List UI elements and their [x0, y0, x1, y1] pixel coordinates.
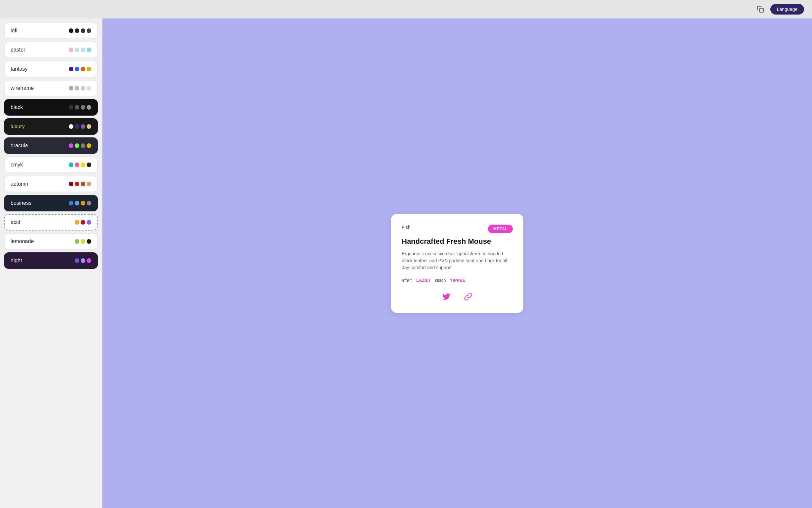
- color-dot: [69, 29, 73, 33]
- color-dot: [75, 163, 79, 167]
- color-dot: [87, 48, 91, 52]
- color-dot: [75, 143, 79, 148]
- sidebar-dots-cmyk: [69, 163, 91, 167]
- color-dot: [69, 182, 73, 186]
- color-dot: [81, 258, 85, 263]
- sidebar-item-business[interactable]: business: [4, 195, 98, 211]
- color-dot: [75, 124, 79, 129]
- color-dot: [69, 201, 73, 205]
- color-dot: [87, 67, 91, 71]
- sidebar-label-night: night: [10, 258, 22, 264]
- color-dot: [81, 29, 85, 33]
- tag-lazily: LAZILY: [416, 278, 431, 283]
- color-dot: [69, 67, 73, 71]
- sidebar-dots-dracula: [69, 143, 91, 148]
- sidebar-item-night[interactable]: night: [4, 252, 98, 269]
- card-category: Fish: [402, 225, 410, 230]
- sidebar-label-black: black: [10, 104, 23, 110]
- color-dot: [81, 182, 85, 186]
- sidebar-dots-lofi: [69, 29, 91, 33]
- sidebar-item-luxury[interactable]: luxury: [4, 118, 98, 135]
- content-area: Fish METAL Handcrafted Fresh Mouse Ergon…: [103, 18, 812, 508]
- color-dot: [87, 239, 91, 244]
- card-tags: after: LAZILY kitsch YIPPEE: [402, 278, 513, 283]
- twitter-button[interactable]: [442, 292, 451, 302]
- sidebar: lofipastelfantasywireframeblackluxurydra…: [0, 18, 103, 508]
- tag-kitsch: kitsch: [435, 278, 446, 283]
- color-dot: [69, 86, 73, 90]
- color-dot: [75, 48, 79, 52]
- color-dot: [75, 182, 79, 186]
- color-dot: [87, 143, 91, 148]
- sidebar-dots-autumn: [69, 182, 91, 186]
- sidebar-dots-fantasy: [69, 67, 91, 71]
- color-dot: [81, 143, 85, 148]
- color-dot: [69, 105, 73, 110]
- sidebar-item-dracula[interactable]: dracula: [4, 137, 98, 154]
- tags-label: after:: [402, 278, 412, 283]
- top-bar: Language: [0, 0, 812, 18]
- color-dot: [81, 220, 85, 225]
- product-card: Fish METAL Handcrafted Fresh Mouse Ergon…: [391, 214, 524, 313]
- color-dot: [69, 163, 73, 167]
- color-dot: [69, 124, 73, 129]
- sidebar-dots-night: [75, 258, 91, 263]
- sidebar-item-fantasy[interactable]: fantasy: [4, 61, 98, 77]
- color-dot: [87, 163, 91, 167]
- sidebar-label-autumn: autumn: [10, 181, 28, 187]
- color-dot: [75, 105, 79, 110]
- twitter-icon: [442, 292, 451, 301]
- color-dot: [81, 48, 85, 52]
- sidebar-item-black[interactable]: black: [4, 99, 98, 116]
- color-dot: [81, 67, 85, 71]
- sidebar-label-luxury: luxury: [10, 124, 25, 129]
- color-dot: [75, 67, 79, 71]
- color-dot: [87, 201, 91, 205]
- color-dot: [75, 201, 79, 205]
- color-dot: [81, 239, 85, 244]
- card-badge: METAL: [488, 225, 513, 233]
- color-dot: [75, 239, 79, 244]
- card-actions: [402, 292, 513, 302]
- sidebar-label-cmyk: cmyk: [10, 162, 23, 168]
- sidebar-item-pastel[interactable]: pastel: [4, 42, 98, 58]
- card-description: Ergonomic executive chair upholstered in…: [402, 250, 513, 271]
- color-dot: [87, 258, 91, 263]
- sidebar-item-cmyk[interactable]: cmyk: [4, 157, 98, 173]
- sidebar-item-wireframe[interactable]: wireframe: [4, 80, 98, 96]
- link-icon: [464, 292, 472, 301]
- sidebar-dots-lemonade: [75, 239, 91, 244]
- color-dot: [87, 124, 91, 129]
- sidebar-item-lemonade[interactable]: lemonade: [4, 233, 98, 250]
- copy-button[interactable]: [755, 3, 766, 15]
- sidebar-dots-pastel: [69, 48, 91, 52]
- color-dot: [87, 29, 91, 33]
- color-dot: [81, 201, 85, 205]
- tag-yippee: YIPPEE: [450, 278, 465, 283]
- color-dot: [81, 124, 85, 129]
- sidebar-item-acid[interactable]: acid: [4, 214, 98, 230]
- sidebar-dots-business: [69, 201, 91, 205]
- sidebar-label-lofi: lofi: [10, 28, 17, 34]
- main-area: lofipastelfantasywireframeblackluxurydra…: [0, 18, 812, 508]
- sidebar-item-autumn[interactable]: autumn: [4, 176, 98, 192]
- card-title: Handcrafted Fresh Mouse: [402, 237, 513, 246]
- sidebar-dots-black: [69, 105, 91, 110]
- sidebar-label-acid: acid: [10, 219, 20, 225]
- color-dot: [87, 105, 91, 110]
- language-button[interactable]: Language: [770, 4, 804, 14]
- sidebar-item-lofi[interactable]: lofi: [4, 23, 98, 39]
- color-dot: [87, 220, 91, 225]
- color-dot: [69, 48, 73, 52]
- link-button[interactable]: [464, 292, 472, 302]
- color-dot: [75, 86, 79, 90]
- card-header: Fish METAL: [402, 225, 513, 233]
- color-dot: [75, 220, 79, 225]
- color-dot: [87, 86, 91, 90]
- sidebar-label-business: business: [10, 200, 31, 206]
- svg-rect-0: [760, 8, 763, 12]
- color-dot: [81, 163, 85, 167]
- sidebar-label-pastel: pastel: [10, 47, 25, 53]
- color-dot: [81, 86, 85, 90]
- sidebar-dots-acid: [75, 220, 91, 225]
